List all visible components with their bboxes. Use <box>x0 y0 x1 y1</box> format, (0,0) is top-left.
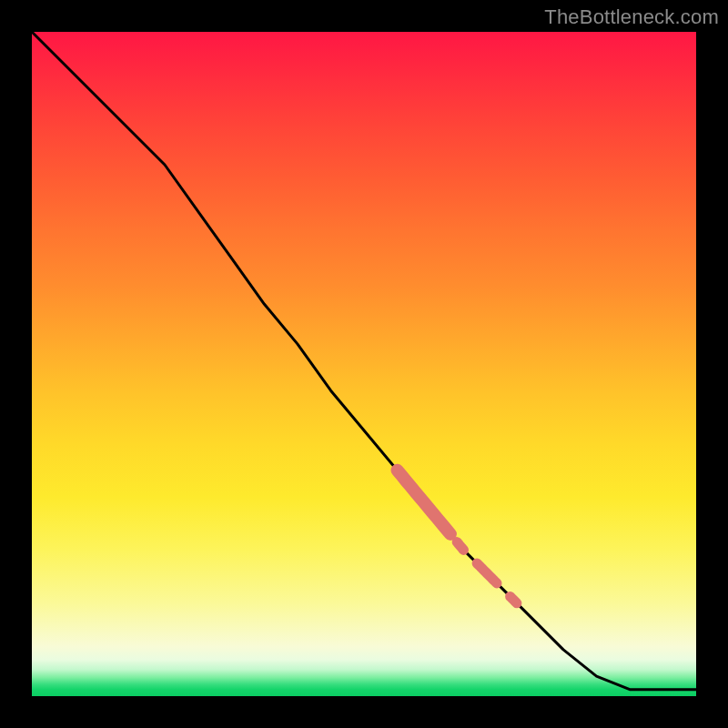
curve-layer <box>32 32 696 696</box>
watermark-text: TheBottleneck.com <box>544 5 719 29</box>
highlight-segments <box>398 470 517 603</box>
performance-curve <box>32 32 696 690</box>
highlight-segment <box>511 597 517 603</box>
chart-frame: TheBottleneck.com <box>0 0 728 728</box>
highlight-segment <box>457 542 463 551</box>
highlight-segment <box>398 470 450 534</box>
plot-area <box>32 32 696 696</box>
highlight-segment <box>477 563 497 583</box>
